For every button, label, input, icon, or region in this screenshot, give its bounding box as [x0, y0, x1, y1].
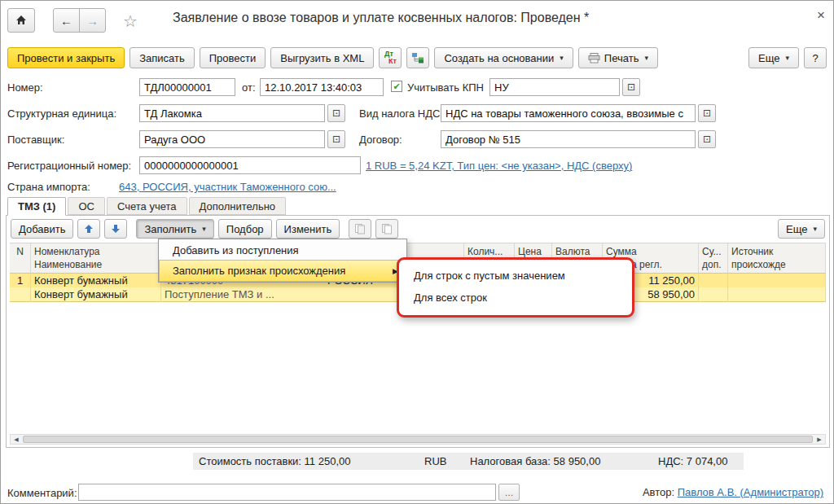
import-country-label: Страна импорта:	[7, 181, 90, 193]
copy-rows-button[interactable]	[349, 219, 371, 239]
menu-item-fill-origin[interactable]: Заполнить признак происхождения ▶	[160, 261, 406, 281]
tab-strip: ТМЗ (1) ОС Счета учета Дополнительно	[7, 197, 288, 215]
hierarchy-icon	[411, 52, 424, 64]
author-link[interactable]: Павлов А.В. (Администратор)	[678, 486, 823, 498]
page-title: Заявление о ввозе товаров и уплате косве…	[173, 11, 589, 25]
kpn-label: Учитывать КПН	[407, 81, 484, 94]
ellipsis-icon: …	[505, 488, 514, 497]
tax-base-total: Налоговая база: 58 950,00	[470, 455, 600, 467]
move-up-button[interactable]	[77, 219, 100, 239]
contract-label: Договор:	[359, 134, 402, 146]
tab-os[interactable]: ОС	[68, 197, 105, 215]
vat-kind-field[interactable]: НДС на товары таможенного союза, ввозимы…	[441, 104, 696, 122]
favorite-star-icon[interactable]: ☆	[123, 11, 138, 31]
tab-additional[interactable]: Дополнительно	[189, 197, 287, 215]
create-on-basis-button[interactable]: Создать на основании ▾	[434, 47, 573, 68]
menu-item-add-from-receipt[interactable]: Добавить из поступления	[160, 240, 406, 261]
pick-button[interactable]: Подбор	[218, 219, 272, 239]
scrollbar-thumb[interactable]	[23, 436, 813, 443]
paste-icon	[381, 223, 393, 234]
print-button[interactable]: Печать ▾	[578, 47, 658, 68]
forward-icon: →	[86, 14, 99, 28]
currency-code: RUB	[424, 455, 446, 467]
nu-field[interactable]: НУ ▾	[489, 78, 620, 96]
arrow-down-icon	[111, 224, 121, 234]
add-row-button[interactable]: Добавить	[11, 219, 73, 239]
chevron-down-icon: ▾	[560, 54, 564, 62]
horizontal-scrollbar[interactable]: ◀ ▶	[10, 434, 826, 445]
date-label: от:	[242, 81, 256, 94]
open-icon: ⊡	[332, 107, 340, 119]
reg-number-label: Регистрационный номер:	[7, 160, 131, 172]
delivery-cost-total: Стоимость поставки: 11 250,00	[199, 455, 350, 467]
edit-button[interactable]: Изменить	[276, 219, 340, 239]
chevron-down-icon: ▾	[813, 225, 817, 233]
chevron-down-icon: ▾	[202, 225, 206, 233]
export-xml-button[interactable]: Выгрузить в XML	[270, 47, 374, 68]
more-button[interactable]: Еще ▾	[748, 47, 799, 68]
table-toolbar: Добавить Заполнить ▾ Подбор Изменить	[11, 218, 825, 239]
document-window: ← → ☆ Заявление о ввозе товаров и уплате…	[0, 0, 834, 504]
show-postings-button[interactable]: ДтКт	[379, 47, 402, 68]
unit-label: Структурная единица:	[7, 107, 116, 120]
author-block: Автор: Павлов А.В. (Администратор)	[643, 486, 823, 498]
forward-button[interactable]: →	[79, 8, 106, 33]
chevron-down-icon: ▾	[785, 54, 789, 62]
check-icon: ✔	[393, 81, 400, 92]
close-icon[interactable]: ×	[817, 7, 825, 24]
reg-number-field[interactable]: 0000000000000001	[139, 156, 361, 174]
comment-input[interactable]	[78, 484, 496, 501]
tab-tmz[interactable]: ТМЗ (1)	[7, 197, 66, 216]
fill-button[interactable]: Заполнить ▾	[136, 219, 213, 239]
post-and-close-button[interactable]: Провести и закрыть	[7, 47, 125, 68]
fill-menu: Добавить из поступления Заполнить призна…	[158, 239, 407, 283]
vat-kind-open-button[interactable]: ⊡	[698, 104, 716, 122]
home-icon	[15, 14, 28, 27]
help-button[interactable]: ?	[804, 47, 827, 68]
menu-item-all-rows[interactable]: Для всех строк	[399, 287, 632, 309]
number-field[interactable]: ТДЛ00000001	[139, 78, 235, 96]
unit-open-button[interactable]: ⊡	[327, 104, 345, 122]
dt-kt-icon: ДтКт	[384, 50, 397, 65]
arrow-up-icon	[84, 224, 94, 234]
tab-accounts[interactable]: Счета учета	[107, 197, 187, 215]
vat-total: НДС: 7 074,00	[658, 455, 727, 467]
contract-field[interactable]: Договор № 515 ▾	[441, 130, 696, 148]
import-country-link[interactable]: 643, РОССИЯ, участник Таможенного сою...	[119, 181, 336, 193]
vat-kind-label: Вид налога НДС:	[359, 107, 443, 120]
menu-item-empty-rows[interactable]: Для строк с пустым значением	[399, 265, 632, 287]
open-icon: ⊡	[627, 81, 635, 93]
author-label: Автор:	[643, 486, 674, 498]
printer-icon	[588, 53, 600, 64]
open-icon: ⊡	[703, 107, 711, 119]
copy-icon	[354, 223, 366, 234]
related-documents-button[interactable]	[406, 47, 429, 68]
write-button[interactable]: Записать	[129, 47, 195, 68]
unit-field[interactable]: ТД Лакомка …	[139, 104, 325, 122]
items-panel: Добавить Заполнить ▾ Подбор Изменить	[6, 215, 830, 448]
paste-rows-button[interactable]	[375, 219, 398, 239]
kpn-checkbox[interactable]: ✔	[391, 81, 402, 92]
back-icon: ←	[60, 14, 72, 28]
contract-open-button[interactable]: ⊡	[698, 130, 716, 148]
supplier-label: Поставщик:	[7, 134, 64, 146]
date-field[interactable]: 12.10.2017 13:40:03 ▦	[260, 78, 384, 96]
scroll-right-icon[interactable]: ▶	[814, 436, 825, 443]
supplier-open-button[interactable]: ⊡	[327, 130, 345, 148]
comment-label: Комментарий:	[7, 487, 77, 499]
command-bar: Провести и закрыть Записать Провести Выг…	[7, 46, 827, 70]
nu-open-button[interactable]: ⊡	[622, 78, 640, 96]
rate-link[interactable]: 1 RUB = 5,24 KZT, Тип цен: <не указан>, …	[366, 160, 632, 172]
scroll-left-icon[interactable]: ◀	[11, 436, 22, 443]
open-icon: ⊡	[332, 134, 340, 145]
home-button[interactable]	[7, 8, 35, 33]
move-down-button[interactable]	[104, 219, 127, 239]
post-button[interactable]: Провести	[200, 47, 266, 68]
fill-origin-submenu: Для строк с пустым значением Для всех ст…	[397, 257, 634, 318]
table-more-button[interactable]: Еще ▾	[778, 219, 825, 239]
supplier-field[interactable]: Радуга ООО ▾	[139, 130, 325, 148]
back-button[interactable]: ←	[53, 8, 80, 33]
receipt-document: Поступление ТМЗ и ...	[165, 287, 274, 301]
chevron-down-icon: ▾	[644, 54, 648, 62]
comment-more-button[interactable]: …	[498, 484, 520, 501]
